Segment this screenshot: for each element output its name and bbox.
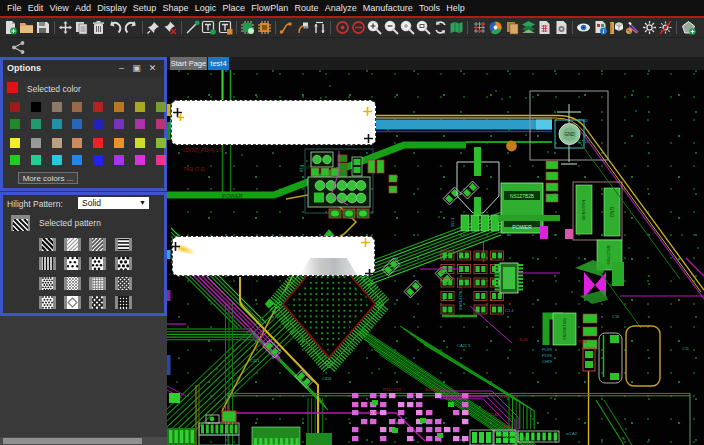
svg-text:E18: E18: [299, 165, 304, 173]
svg-text:C11: C11: [682, 346, 690, 351]
svg-text:A156: A156: [503, 424, 513, 429]
svg-text:NS10/8/85: NS10/8/85: [581, 200, 586, 221]
svg-text:C1 4: C1 4: [505, 308, 514, 313]
svg-text:NS1Z7699: NS1Z7699: [606, 245, 611, 265]
svg-text:FU4: FU4: [222, 405, 230, 410]
svg-text:C7.10: C7.10: [578, 139, 589, 144]
svg-text:NS10/8783: NS10/8783: [562, 319, 567, 341]
svg-text:NS1Z7B2B: NS1Z7B2B: [510, 194, 534, 199]
svg-text:PD99: PD99: [542, 353, 553, 358]
svg-text:RN11: RN11: [578, 118, 589, 123]
svg-text:3L45: 3L45: [519, 337, 529, 342]
svg-text:w1 A2: w1 A2: [566, 431, 578, 436]
svg-text:F155: F155: [450, 218, 455, 228]
svg-text:CA21 3: CA21 3: [457, 343, 471, 348]
svg-text:C421: C421: [250, 358, 260, 363]
svg-text:GND: GND: [564, 132, 575, 137]
svg-text:LD(70)_PD(4) 1.3: LD(70)_PD(4) 1.3: [183, 147, 223, 153]
svg-text:W1A2: W1A2: [488, 412, 500, 417]
svg-text:C7N2 PWR8: C7N2 PWR8: [458, 287, 463, 311]
svg-text:C41 R2: C41 R2: [366, 410, 380, 415]
svg-text:B14 R1: B14 R1: [425, 387, 439, 392]
svg-text:C16: C16: [612, 314, 620, 319]
svg-text:PU99: PU99: [542, 347, 553, 352]
svg-text:P164: P164: [578, 339, 588, 344]
svg-text:POWER: POWER: [512, 224, 532, 230]
svg-text:7W2 (7 0): 7W2 (7 0): [183, 166, 205, 172]
svg-text:GND: GND: [609, 207, 614, 218]
svg-text:CH99: CH99: [542, 359, 553, 364]
svg-text:POWER: POWER: [222, 193, 243, 199]
svg-text:R110 C13: R110 C13: [383, 387, 401, 392]
svg-text:C418: C418: [322, 376, 332, 381]
